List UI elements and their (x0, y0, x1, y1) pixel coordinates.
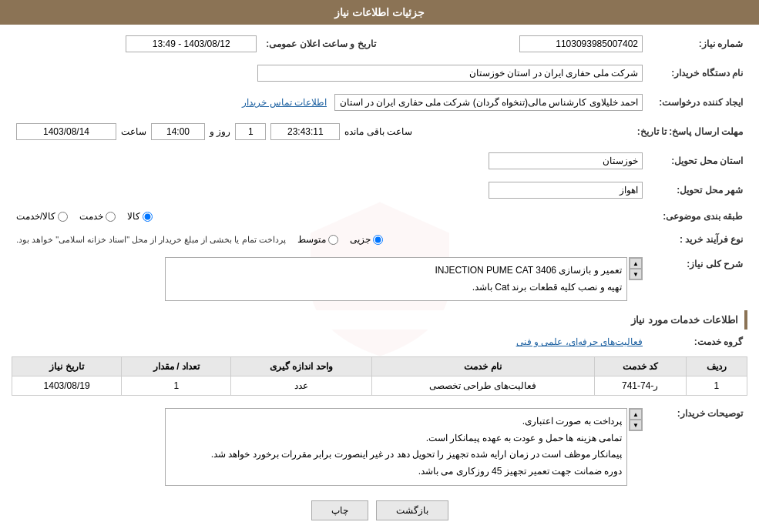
info-table-row6: شهر محل تحویل: اهواز (12, 179, 747, 202)
radio-motevaset: متوسط (297, 234, 338, 245)
tabaqe-label: طبقه بندی موضوعی: (647, 208, 747, 225)
radio-khedmat: خدمت (79, 211, 116, 222)
scroll-up-btn[interactable]: ▲ (630, 258, 642, 269)
info-table-row8: نوع فرآیند خرید : پرداخت تمام یا بخشی از… (12, 231, 747, 248)
col-tedad: تعداد / مقدار (122, 357, 231, 376)
ijad-konande-value: احمد خلیلاوی کارشناس مالی(تنخواه گردان) … (12, 91, 647, 114)
cell-tedad: 1 (122, 376, 231, 396)
sharh-kolli-line2: تهیه و نصب کلیه قطعات برند Cat باشد. (170, 279, 622, 296)
col-kod: کد خدمت (594, 357, 686, 376)
tosif-label: توصیحات خریدار: (647, 403, 747, 488)
back-button[interactable]: بازگشت (376, 500, 448, 520)
nam-dastgah-label: نام دستگاه خریدار: (647, 62, 747, 85)
radio-kala-khedmat: کالا/خدمت (16, 211, 68, 222)
shahr-input: اهواز (489, 182, 643, 199)
tarikh-elan-input: 1403/08/12 - 13:49 (126, 35, 257, 52)
shahr-label: شهر محل تحویل: (647, 179, 747, 202)
tosif-wrapper: ▲ ▼ پرداخت به صورت اعتباری.تمامی هزینه ه… (16, 408, 643, 485)
kala-khedmat-label: کالا/خدمت (16, 211, 55, 222)
roz-label: روز و (210, 126, 230, 137)
ijad-konande-link[interactable]: اطلاعات تماس خریدار (242, 97, 327, 108)
tosif-line: دوره ضمانت جهت تعمیر تجهیز 45 روزکاری می… (170, 463, 622, 480)
tarikh-elan-label: تاریخ و ساعت اعلان عمومی: (261, 32, 380, 55)
gorohe-link[interactable]: فعالیت‌های حرفه‌ای، علمی و فنی (516, 336, 643, 347)
radio-khedmat-input[interactable] (106, 212, 116, 222)
jozyi-label: جزیی (350, 234, 371, 245)
cell-kod: ر-74-741 (594, 376, 686, 396)
shahr-value: اهواز (12, 179, 647, 202)
shomare-niaz-value: 1103093985007402 (411, 32, 647, 55)
cell-nam: فعالیت‌های طراحی تخصصی (371, 376, 594, 396)
info-table-row2: نام دستگاه خریدار: شرکت ملی حفاری ایران … (12, 62, 747, 85)
page-header: جزئیات اطلاعات نیاز (0, 0, 759, 25)
radio-motevaset-input[interactable] (328, 235, 338, 245)
shomare-niaz-label: شماره نیاز: (647, 32, 747, 55)
tarikh-elan-value: 1403/08/12 - 13:49 (12, 32, 261, 55)
nam-dastgah-input: شرکت ملی حفاری ایران در استان خوزستان (257, 65, 643, 82)
cell-tarikh: 1403/08/19 (12, 376, 122, 396)
content-area: ANA TENDER شماره نیاز: 1103093985007402 … (0, 25, 759, 532)
tosif-scrollbar: ▲ ▼ (629, 408, 643, 431)
info-table-row4: مهلت ارسال پاسخ: تا تاریخ: 1403/08/14 سا… (12, 120, 747, 143)
info-table-row7: طبقه بندی موضوعی: کالا/خدمت خدمت (12, 208, 747, 225)
sharh-kolli-label: شرح کلی نیاز: (647, 254, 747, 304)
radio-kala-khedmat-input[interactable] (58, 212, 68, 222)
info-table-row3: ایجاد کننده درخواست: احمد خلیلاوی کارشنا… (12, 91, 747, 114)
ostan-label: استان محل تحویل: (647, 149, 747, 172)
sharh-kolli-line1: تعمیر و بازسازی INJECTION PUME CAT 3406 (170, 263, 622, 279)
mohlat-value: 1403/08/14 ساعت 14:00 روز و 1 23:43:11 س… (12, 120, 633, 143)
bottom-buttons: بازگشت چاپ (12, 500, 747, 520)
tosif-line: تمامی هزینه ها حمل و عودت به عهده پیمانک… (170, 430, 622, 447)
col-tarikh: تاریخ نیاز (12, 357, 122, 376)
tosif-box: پرداخت به صورت اعتباری.تمامی هزینه ها حم… (165, 408, 627, 485)
tosif-scroll-down[interactable]: ▼ (630, 420, 642, 430)
table-row: 1 ر-74-741 فعالیت‌های طراحی تخصصی عدد 1 … (12, 376, 747, 396)
radio-jozyi: جزیی (350, 234, 383, 245)
ijad-konande-label: ایجاد کننده درخواست: (647, 91, 747, 114)
roz-input: 1 (235, 123, 266, 140)
tarikh-row: 1403/08/14 ساعت 14:00 روز و 1 23:43:11 س… (16, 123, 628, 140)
gorohe-label: گروه خدمت: (647, 333, 747, 350)
sharh-kolli-table: شرح کلی نیاز: ▲ ▼ تعمیر و بازسازی INJECT… (12, 254, 747, 304)
services-table: ردیف کد خدمت نام خدمت واحد اندازه گیری ت… (12, 356, 747, 396)
tosif-line: پیمانکار موظف است در زمان ارایه شده تجهی… (170, 447, 622, 463)
ijad-konande-input: احمد خلیلاوی کارشناس مالی(تنخواه گردان) … (334, 94, 643, 111)
info-table-row1: شماره نیاز: 1103093985007402 تاریخ و ساع… (12, 32, 747, 55)
main-content: شماره نیاز: 1103093985007402 تاریخ و ساع… (12, 32, 747, 520)
radio-kala-input[interactable] (143, 212, 153, 222)
col-nam: نام خدمت (371, 357, 594, 376)
page-title: جزئیات اطلاعات نیاز (334, 6, 425, 18)
saat-input: 14:00 (151, 123, 205, 140)
tabaqe-radio-group: کالا/خدمت خدمت کالا (16, 211, 643, 222)
noe-farayand-desc: پرداخت تمام یا بخشی از مبلغ خریدار از مح… (16, 235, 286, 245)
shomare-niaz-input: 1103093985007402 (519, 35, 643, 52)
ostan-value: خوزستان (12, 149, 647, 172)
tosif-scroll-up[interactable]: ▲ (630, 409, 642, 420)
col-vahed: واحد اندازه گیری (231, 357, 371, 376)
page-wrapper: جزئیات اطلاعات نیاز ANA TENDER شماره نیا… (0, 0, 759, 532)
sharh-kolli-box: تعمیر و بازسازی INJECTION PUME CAT 3406 … (165, 257, 627, 301)
noe-farayand-label: نوع فرآیند خرید : (647, 231, 747, 248)
info-table-row5: استان محل تحویل: خوزستان (12, 149, 747, 172)
sharh-kolli-scrollbar: ▲ ▼ (629, 257, 643, 280)
tarikh-input: 1403/08/14 (16, 123, 116, 140)
noe-farayand-group: پرداخت تمام یا بخشی از مبلغ خریدار از مح… (16, 234, 643, 245)
baghimande-label: ساعت باقی مانده (344, 126, 412, 137)
col-radif: ردیف (686, 357, 747, 376)
khedmat-label: خدمت (79, 211, 103, 222)
ostan-input: خوزستان (489, 152, 643, 169)
motevaset-label: متوسط (297, 234, 326, 245)
print-button[interactable]: چاپ (311, 500, 368, 520)
radio-jozyi-input[interactable] (373, 235, 383, 245)
sharh-kolli-label-text: شرح کلی نیاز: (687, 259, 743, 269)
tabaqe-radios: کالا/خدمت خدمت کالا (12, 208, 647, 225)
nam-dastgah-value: شرکت ملی حفاری ایران در استان خوزستان (12, 62, 647, 85)
sharh-kolli-value: ▲ ▼ تعمیر و بازسازی INJECTION PUME CAT 3… (12, 254, 647, 304)
saat-label: ساعت (121, 126, 146, 137)
scroll-down-btn[interactable]: ▼ (630, 269, 642, 279)
khadamat-section-title: اطلاعات خدمات مورد نیاز (12, 310, 747, 330)
kala-label: کالا (127, 211, 140, 222)
cell-radif: 1 (686, 376, 747, 396)
sharh-kolli-wrapper: ▲ ▼ تعمیر و بازسازی INJECTION PUME CAT 3… (16, 257, 643, 301)
noe-farayand-value: پرداخت تمام یا بخشی از مبلغ خریدار از مح… (12, 231, 647, 248)
